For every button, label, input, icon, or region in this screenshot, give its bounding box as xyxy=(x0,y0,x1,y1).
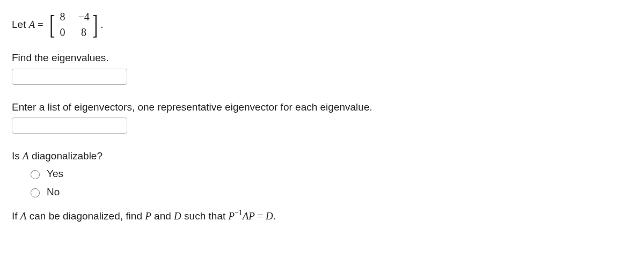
bracket-right-icon: ] xyxy=(92,13,98,36)
matrix-cell: 0 xyxy=(57,26,67,39)
eigenvalues-prompt: Find the eigenvalues. xyxy=(12,50,632,65)
eigenvectors-prompt: Enter a list of eigenvectors, one repres… xyxy=(12,100,632,115)
eigenvectors-question: Enter a list of eigenvectors, one repres… xyxy=(12,100,632,134)
let-prefix: Let xyxy=(12,19,29,30)
eigenvalues-question: Find the eigenvalues. xyxy=(12,50,632,85)
matrix-cell: 8 xyxy=(57,11,67,23)
q5-P: P xyxy=(145,210,151,222)
q5-P2: P xyxy=(229,210,235,222)
q5-D: D xyxy=(174,210,181,222)
eigenvalues-input[interactable] xyxy=(12,69,127,85)
radio-yes-label[interactable]: Yes xyxy=(47,168,63,180)
diagonalizable-question: Is A diagonalizable? Yes No xyxy=(12,149,632,198)
radio-no-label[interactable]: No xyxy=(47,186,60,198)
find-p-d-question: If A can be diagonalized, find P and D s… xyxy=(12,209,632,224)
q5-eq: = xyxy=(255,210,266,222)
q5-t3: and xyxy=(151,210,174,222)
period: . xyxy=(100,19,103,31)
diag-radio-group: Yes No xyxy=(12,168,632,198)
eigenvectors-input[interactable] xyxy=(12,118,127,134)
radio-no[interactable] xyxy=(31,188,40,197)
matrix-definition: Let A = [ 8 −4 0 8 ] . xyxy=(12,10,632,40)
q5-P3: P xyxy=(248,210,255,222)
matrix-A: [ 8 −4 0 8 ] xyxy=(48,10,100,40)
q5-t1: If xyxy=(12,210,20,222)
diag-prompt-post: diagonalizable? xyxy=(29,150,103,161)
q5-A: A xyxy=(20,210,27,222)
q5-t2: can be diagonalized, find xyxy=(26,210,145,222)
q5-t5: . xyxy=(273,210,276,222)
diag-prompt-var: A xyxy=(23,150,29,161)
radio-yes[interactable] xyxy=(31,170,40,179)
q5-t4: such that xyxy=(181,210,229,222)
bracket-left-icon: [ xyxy=(49,13,55,36)
diag-prompt-pre: Is xyxy=(12,150,23,161)
var-A: A xyxy=(29,19,35,30)
matrix-cell: −4 xyxy=(78,11,89,23)
q5-A2: A xyxy=(243,210,249,222)
q5-inv: −1 xyxy=(235,209,243,217)
matrix-cell: 8 xyxy=(78,26,89,39)
q5-D2: D xyxy=(266,210,273,222)
equals-sign: = xyxy=(35,19,43,30)
